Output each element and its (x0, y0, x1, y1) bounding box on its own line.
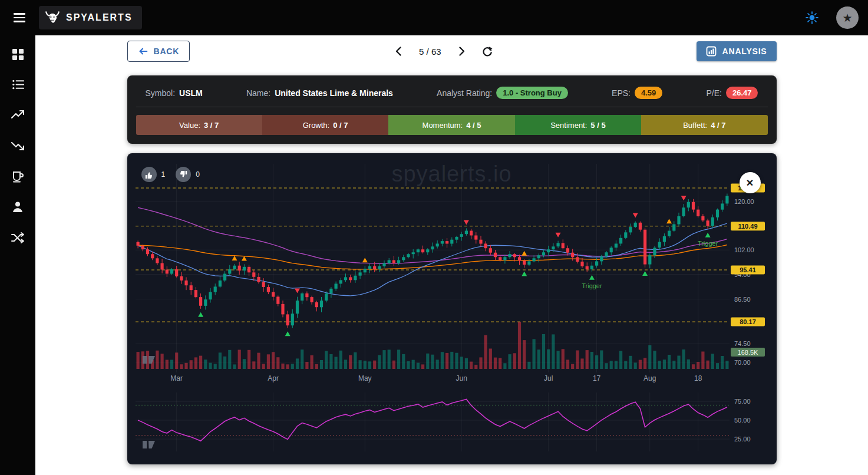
bull-icon (45, 10, 60, 25)
symbol-value: USLM (179, 88, 203, 98)
sidebar-item-watchlist[interactable] (12, 78, 24, 93)
score-label: Sentiment: (550, 121, 587, 130)
svg-text:75.00: 75.00 (734, 398, 751, 405)
back-button[interactable]: BACK (127, 41, 190, 62)
sidebar-item-dashboard[interactable] (12, 48, 24, 62)
name-value: United States Lime & Minerals (275, 88, 393, 98)
pager: 5 / 63 (190, 45, 696, 57)
person-icon (11, 200, 24, 213)
dislike-button[interactable] (176, 167, 191, 182)
prev-page-button[interactable] (393, 45, 405, 57)
cup-icon (11, 170, 24, 183)
score-value: 0 / 7 (333, 121, 348, 130)
score-label: Value: (179, 121, 200, 130)
svg-text:70.00: 70.00 (734, 359, 751, 366)
sidebar-item-cup[interactable] (11, 170, 24, 184)
stock-info-row: Symbol: USLM Name: United States Lime & … (136, 83, 768, 107)
svg-text:74.50: 74.50 (734, 340, 751, 347)
refresh-icon (481, 45, 493, 57)
score-value: 4 / 7 (711, 121, 725, 130)
favorites-button[interactable]: ★ (836, 6, 859, 29)
toolbar: BACK 5 / 63 (127, 40, 777, 62)
brand-logo: SPYALERTS (39, 6, 142, 29)
svg-text:86.50: 86.50 (734, 296, 751, 303)
rsi-chart[interactable]: 75.0050.0025.00 (136, 391, 768, 454)
eps-label: EPS: (612, 88, 631, 98)
close-icon: ✕ (746, 178, 754, 188)
svg-text:18: 18 (694, 374, 702, 382)
svg-text:Aug: Aug (643, 374, 656, 382)
vote-controls: 1 0 (141, 167, 206, 182)
chevron-left-icon (393, 45, 405, 57)
score-label: Buffett: (683, 121, 707, 130)
sun-icon (806, 11, 819, 24)
svg-text:Jun: Jun (456, 374, 467, 382)
thumbs-down-icon (179, 170, 188, 179)
analysis-button-label: ANALYSIS (722, 47, 767, 56)
svg-text:Apr: Apr (268, 374, 279, 382)
score-segment-value: Value: 3 / 7 (136, 115, 262, 135)
svg-text:80.17: 80.17 (740, 318, 756, 325)
back-arrow-icon (138, 46, 148, 57)
svg-text:110.49: 110.49 (738, 223, 757, 230)
sidebar-item-trending-down[interactable] (11, 139, 24, 154)
price-chart-panel[interactable]: spyalerts.io 1 0 (136, 161, 768, 385)
dislike-count: 0 (196, 170, 200, 179)
thumbs-up-icon (144, 170, 153, 179)
star-icon: ★ (842, 12, 852, 24)
chevron-right-icon (456, 45, 467, 57)
symbol-label: Symbol: (146, 88, 176, 98)
shuffle-icon (11, 231, 24, 244)
trending-up-icon (11, 108, 24, 121)
score-value: 3 / 7 (204, 121, 219, 130)
analyst-rating-label: Analyst Rating: (437, 88, 492, 98)
symbol-field: Symbol: USLM (146, 88, 203, 98)
sidebar-item-profile[interactable] (11, 200, 24, 215)
eps-field: EPS: 4.59 (612, 87, 662, 99)
name-field: Name: United States Lime & Minerals (246, 88, 393, 98)
candlestick-chart[interactable]: TriggerTrigger120.00102.0094.0086.5074.5… (136, 161, 768, 385)
svg-text:Jul: Jul (544, 374, 553, 382)
svg-text:Trigger: Trigger (582, 282, 602, 289)
stock-info-card: Symbol: USLM Name: United States Lime & … (127, 75, 777, 144)
svg-text:102.00: 102.00 (734, 246, 754, 253)
next-page-button[interactable] (456, 45, 467, 57)
svg-text:168.5K: 168.5K (737, 349, 758, 356)
score-segment-momentum: Momentum: 4 / 5 (388, 115, 514, 135)
refresh-button[interactable] (481, 45, 493, 57)
analysis-button[interactable]: ANALYSIS (697, 41, 777, 61)
svg-text:Trigger: Trigger (697, 240, 718, 247)
sidebar-item-trending-up[interactable] (11, 108, 24, 123)
topbar: SPYALERTS ★ (0, 0, 868, 35)
rsi-panel[interactable]: 75.0050.0025.00 (136, 391, 768, 454)
eps-badge: 4.59 (635, 87, 662, 99)
sidebar (0, 35, 35, 475)
dashboard-icon (12, 48, 24, 61)
analyst-rating-badge: 1.0 - Strong Buy (496, 87, 568, 99)
sidebar-item-shuffle[interactable] (11, 231, 24, 246)
score-segment-buffett: Buffett: 4 / 7 (641, 115, 767, 135)
price-chart-svg[interactable]: TriggerTrigger120.00102.0094.0086.5074.5… (136, 161, 767, 385)
rsi-chart-svg[interactable]: 75.0050.0025.00 (136, 391, 767, 454)
svg-text:17: 17 (592, 374, 600, 382)
like-button[interactable] (141, 167, 157, 182)
score-label: Growth: (303, 121, 330, 130)
main-area: BACK 5 / 63 (35, 35, 868, 475)
score-value: 4 / 5 (466, 121, 481, 130)
name-label: Name: (246, 88, 270, 98)
score-value: 5 / 5 (590, 121, 605, 130)
brand-name: SPYALERTS (66, 12, 133, 23)
hamburger-menu-button[interactable] (9, 8, 29, 28)
pe-field: P/E: 26.47 (706, 87, 758, 99)
score-label: Momentum: (423, 121, 463, 130)
close-chart-button[interactable]: ✕ (740, 172, 761, 193)
back-button-label: BACK (154, 47, 180, 56)
theme-toggle-button[interactable] (806, 11, 819, 24)
svg-text:May: May (358, 374, 371, 382)
trending-down-icon (11, 139, 24, 152)
pe-badge: 26.47 (726, 87, 758, 99)
score-segment-sentiment: Sentiment: 5 / 5 (515, 115, 641, 135)
score-segment-growth: Growth: 0 / 7 (262, 115, 388, 135)
pe-label: P/E: (706, 88, 721, 98)
bar-chart-icon (706, 46, 717, 57)
